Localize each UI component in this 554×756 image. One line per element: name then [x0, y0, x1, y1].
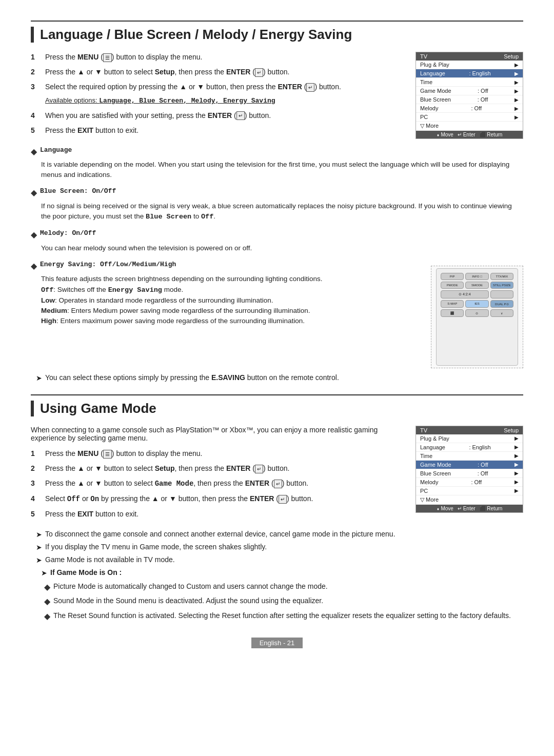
diamond-game2: ◆: [44, 596, 50, 607]
options-list: Language, Blue Screen, Melody, Energy Sa…: [99, 97, 275, 105]
section2: Using Game Mode When connecting to a gam…: [31, 394, 523, 622]
step3-bold: ENTER: [278, 83, 302, 91]
diamond-game3: ◆: [44, 611, 50, 622]
s2-step-5: Press the EXIT button to exit.: [31, 509, 405, 520]
tip-arrow-1: ➤: [36, 374, 42, 382]
if-game-mode-header: ➤ If Game Mode is On :: [36, 568, 523, 577]
bullet-bluescreen-title: Blue Screen: On/Off: [40, 187, 116, 195]
panel1-row-melody: Melody : Off ▶: [416, 104, 523, 113]
s2-enter-icon3: ↵: [279, 495, 287, 504]
panel1-row-language: Language : English ▶: [416, 69, 523, 78]
tv-label-2: TV: [420, 427, 427, 433]
tip-arrow-s2-2: ➤: [36, 543, 42, 551]
if-game-mode-label: If Game Mode is On :: [50, 568, 122, 576]
menu-icon: ☰: [103, 53, 112, 62]
panel1-row-time: Time ▶: [416, 78, 523, 87]
section2-intro: When connecting to a game console such a…: [31, 426, 405, 442]
section1: Language / Blue Screen / Melody / Energy…: [31, 21, 523, 382]
enter-icon3: ↵: [236, 111, 245, 120]
panel2-row-time: Time ▶: [416, 452, 523, 461]
energy-saving-section: ◆ Energy Saving: Off/Low/Medium/High Thi…: [31, 261, 523, 368]
step-1: Press the MENU (☰) button to display the…: [31, 52, 405, 63]
s2-tip-2: ➤ If you display the TV menu in Game mod…: [31, 543, 523, 551]
s2-tip-3: ➤ Game Mode is not available in TV mode.: [31, 555, 523, 564]
bullet-energy: ◆ Energy Saving: Off/Low/Medium/High Thi…: [31, 261, 421, 327]
s2-enter-icon1: ↵: [255, 465, 263, 473]
section2-steps: Press the MENU (☰) button to display the…: [31, 448, 405, 520]
section1-title: Language / Blue Screen / Melody / Energy…: [31, 27, 523, 43]
panel2-row-more: ▽ More: [416, 495, 523, 505]
bullet-language: ◆ Language It is variable depending on t…: [31, 146, 523, 181]
game-bullet-3: ◆ The Reset Sound function is activated.…: [44, 610, 523, 622]
if-game-mode-section: ➤ If Game Mode is On : ◆ Picture Mode is…: [31, 568, 523, 622]
tip-text-s2-2: If you display the TV menu in Game mode,…: [45, 543, 267, 551]
s2-tip-1: ➤ To disconnect the game console and con…: [31, 530, 523, 539]
setup-label-1: Setup: [504, 53, 519, 59]
tip-text-s2-1: To disconnect the game console and conne…: [45, 530, 395, 538]
diamond-energy: ◆: [31, 261, 37, 272]
bullet-melody: ◆ Melody: On/Off You can hear melody sou…: [31, 229, 523, 253]
bullet-melody-body: You can hear melody sound when the telev…: [31, 243, 523, 253]
step-3: Select the required option by pressing t…: [31, 82, 405, 106]
page-footer: English - 21: [251, 638, 303, 648]
panel1-row-pc: PC ▶: [416, 113, 523, 122]
panel1-row-game: Game Mode : Off ▶: [416, 87, 523, 95]
step2-bold1: Setup: [155, 68, 175, 76]
panel2-row-pc: PC ▶: [416, 487, 523, 495]
panel1-row-more: ▽ More: [416, 122, 523, 131]
step2-bold2: ENTER: [226, 68, 250, 76]
tv-panel-1-header: TV Setup: [416, 52, 523, 61]
diamond-language: ◆: [31, 146, 37, 157]
panel2-row-language: Language : English ▶: [416, 443, 523, 452]
tv-panel-2-header: TV Setup: [416, 426, 523, 434]
panel2-row-blue: Blue Screen : Off ▶: [416, 469, 523, 478]
bullet-bluescreen-body: If no signal is being received or the si…: [31, 201, 523, 223]
step1-bold: MENU: [77, 53, 98, 61]
tip-arrow-game: ➤: [41, 569, 47, 577]
game-bullet-2: ◆ Sound Mode in the Sound menu is deacti…: [44, 595, 523, 607]
bullet-melody-title: Melody: On/Off: [40, 229, 96, 237]
game-mode-bullets: ◆ Picture Mode is automatically changed …: [36, 581, 523, 622]
enter-icon: ↵: [255, 68, 263, 77]
diamond-game1: ◆: [44, 582, 50, 593]
panel2-footer: ⬧ Move ↵ Enter ⬛ Return: [416, 505, 523, 512]
s2-step-3: Press the ▲ or ▼ button to select Game M…: [31, 478, 405, 489]
s2-menu-icon: ☰: [103, 450, 112, 459]
tv-panel-1: TV Setup Plug & Play ▶ Language : Englis…: [416, 52, 523, 139]
panel2-row-plug: Plug & Play ▶: [416, 434, 523, 443]
s2-step-1: Press the MENU (☰) button to display the…: [31, 448, 405, 459]
panel1-row-blue: Blue Screen : Off ▶: [416, 95, 523, 104]
remote-control-image: PIP INFO □ TTX/MIX PMODE SMODE STILL PSI…: [431, 266, 523, 368]
panel2-row-melody: Melody : Off ▶: [416, 478, 523, 487]
game-bullet-1: ◆ Picture Mode is automatically changed …: [44, 581, 523, 593]
tip-arrow-s2-1: ➤: [36, 530, 42, 539]
tip-text-s2-3: Game Mode is not available in TV mode.: [45, 555, 175, 564]
bullet-energy-title: Energy Saving: Off/Low/Medium/High: [40, 261, 176, 268]
panel1-row-plug: Plug & Play ▶: [416, 61, 523, 69]
s2-step-4: Select Off or On by pressing the ▲ or ▼ …: [31, 493, 405, 505]
step5-bold: EXIT: [77, 126, 93, 134]
diamond-bluescreen: ◆: [31, 187, 37, 198]
bullet-language-title: Language: [40, 146, 72, 154]
bullet-bluescreen: ◆ Blue Screen: On/Off If no signal is be…: [31, 187, 523, 222]
available-options: Available options: Language, Blue Screen…: [45, 95, 405, 106]
step-4: When you are satisfied with your setting…: [31, 110, 405, 121]
setup-label-2: Setup: [504, 427, 519, 433]
section1-steps: Press the MENU (☰) button to display the…: [31, 52, 405, 136]
bullet-language-body: It is variable depending on the model. W…: [31, 160, 523, 181]
panel2-row-game: Game Mode : Off ▶: [416, 461, 523, 469]
section1-main: Press the MENU (☰) button to display the…: [31, 52, 405, 141]
section2-intro-area: When connecting to a game console such a…: [31, 426, 523, 525]
s2-enter-icon2: ↵: [274, 480, 282, 488]
diamond-melody: ◆: [31, 229, 37, 241]
step-2: Press the ▲ or ▼ button to select Setup,…: [31, 67, 405, 77]
tv-label-1: TV: [420, 53, 427, 59]
panel1-footer: ⬧ Move ↵ Enter ⬛ Return: [416, 131, 523, 138]
step4-bold: ENTER: [208, 111, 232, 120]
section2-title: Using Game Mode: [31, 401, 523, 416]
s2-step-2: Press the ▲ or ▼ button to select Setup,…: [31, 463, 405, 474]
bullet-energy-body: This feature adjusts the screen brightne…: [31, 274, 421, 326]
section1-tip: ➤ You can select these options simply by…: [31, 373, 523, 382]
step-5: Press the EXIT button to exit.: [31, 125, 405, 136]
tip-text-1: You can select these options simply by p…: [45, 373, 339, 382]
